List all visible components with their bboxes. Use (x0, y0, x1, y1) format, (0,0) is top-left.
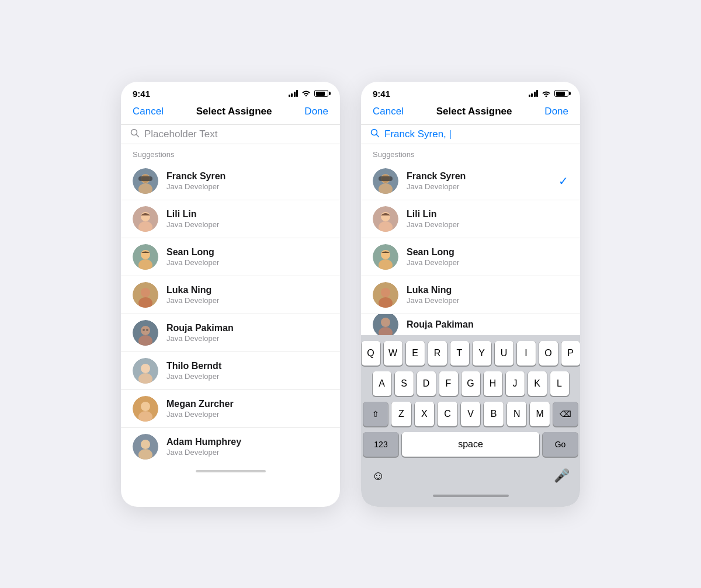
key-s[interactable]: S (395, 371, 414, 396)
list-item[interactable]: Luka Ning Java Developer (121, 276, 340, 314)
person-name: Megan Zurcher (166, 399, 328, 409)
person-name: Lili Lin (407, 209, 568, 220)
person-info: Franck Syren Java Developer (407, 171, 550, 191)
key-d[interactable]: D (417, 371, 436, 396)
list-item[interactable]: Lili Lin Java Developer (121, 200, 340, 238)
person-role: Java Developer (166, 372, 328, 381)
keyboard-row-3: ⇧ Z X C V B N M ⌫ (363, 402, 578, 426)
key-w[interactable]: W (384, 341, 402, 366)
list-item[interactable]: Thilo Berndt Java Developer (121, 352, 340, 390)
svg-point-14 (141, 288, 150, 297)
key-m[interactable]: M (530, 402, 550, 426)
search-placeholder-1: Placeholder Text (144, 128, 331, 140)
key-p[interactable]: P (561, 341, 580, 366)
key-q[interactable]: Q (362, 341, 380, 366)
person-role: Java Developer (166, 220, 328, 229)
space-key[interactable]: space (402, 432, 539, 457)
nav-bar-1: Cancel Select Assignee Done (121, 101, 340, 124)
list-item[interactable]: Luka Ning Java Developer (361, 276, 580, 314)
key-c[interactable]: C (438, 402, 457, 426)
key-l[interactable]: L (550, 371, 569, 396)
person-info: Thilo Berndt Java Developer (166, 361, 328, 381)
person-role: Java Developer (166, 448, 328, 457)
avatar-lili-1 (133, 206, 158, 232)
list-item[interactable]: Sean Long Java Developer (361, 238, 580, 276)
time-1: 9:41 (133, 89, 150, 99)
person-name: Franck Syren (166, 171, 328, 182)
mic-key[interactable]: 🎤 (551, 466, 572, 486)
person-info: Adam Humphrey Java Developer (166, 437, 328, 457)
list-item[interactable]: Rouja Pakiman Java Developer (121, 314, 340, 352)
page-wrapper: 9:41 Cancel Select Assignee Done (98, 58, 603, 530)
numbers-key[interactable]: 123 (363, 432, 398, 457)
keyboard-row-4: 123 space Go (363, 432, 578, 457)
key-g[interactable]: G (461, 371, 480, 396)
avatar-megan-1 (133, 396, 158, 422)
selected-checkmark: ✓ (558, 174, 568, 188)
avatar-luka-1 (133, 282, 158, 308)
done-button-1[interactable]: Done (304, 106, 328, 117)
keyboard-row-2: A S D F G H J K L (363, 371, 578, 396)
person-name: Luka Ning (166, 285, 328, 295)
done-button-2[interactable]: Done (544, 106, 568, 117)
svg-line-1 (137, 135, 139, 137)
delete-key[interactable]: ⌫ (553, 402, 578, 426)
list-item[interactable]: Rouja Pakiman (361, 314, 580, 335)
svg-point-44 (381, 288, 390, 297)
svg-point-47 (381, 318, 390, 327)
svg-point-17 (141, 326, 150, 335)
key-u[interactable]: U (495, 341, 513, 366)
avatar-franck-1 (133, 168, 158, 194)
search-bar-1[interactable]: Placeholder Text (121, 124, 340, 144)
person-role: Java Developer (166, 334, 328, 343)
list-item[interactable]: Sean Long Java Developer (121, 238, 340, 276)
list-item[interactable]: Lili Lin Java Developer (361, 200, 580, 238)
key-f[interactable]: F (439, 371, 458, 396)
key-n[interactable]: N (507, 402, 527, 426)
avatar-luka-2 (373, 282, 398, 308)
key-a[interactable]: A (373, 371, 391, 396)
person-role: Java Developer (407, 220, 568, 229)
svg-point-19 (143, 329, 145, 331)
nav-title-2: Select Assignee (436, 106, 512, 117)
key-z[interactable]: Z (391, 402, 411, 426)
cancel-button-1[interactable]: Cancel (133, 106, 164, 117)
key-e[interactable]: E (406, 341, 425, 366)
person-role: Java Developer (166, 410, 328, 419)
avatar-franck-2 (373, 168, 398, 194)
search-icon-1 (130, 128, 140, 140)
key-h[interactable]: H (484, 371, 502, 396)
list-item[interactable]: Franck Syren Java Developer ✓ (361, 162, 580, 200)
key-j[interactable]: J (506, 371, 525, 396)
go-key[interactable]: Go (543, 432, 578, 457)
key-y[interactable]: Y (473, 341, 491, 366)
shift-key[interactable]: ⇧ (363, 402, 388, 426)
suggestions-label-2: Suggestions (361, 144, 580, 162)
person-name: Rouja Pakiman (407, 319, 568, 330)
list-item[interactable]: Megan Zurcher Java Developer (121, 390, 340, 428)
key-o[interactable]: O (539, 341, 558, 366)
key-t[interactable]: T (450, 341, 469, 366)
status-icons-2 (529, 89, 569, 99)
key-v[interactable]: V (461, 402, 481, 426)
key-k[interactable]: K (528, 371, 547, 396)
list-item[interactable]: Adam Humphrey Java Developer (121, 428, 340, 465)
key-i[interactable]: I (517, 341, 536, 366)
avatar-thilo-1 (133, 358, 158, 384)
cancel-button-2[interactable]: Cancel (373, 106, 404, 117)
key-x[interactable]: X (415, 402, 435, 426)
wifi-icon-1 (301, 89, 311, 98)
list-item[interactable]: Franck Syren Java Developer (121, 162, 340, 200)
status-icons-1 (289, 89, 329, 98)
avatar-rouja-1 (133, 320, 158, 346)
person-info: Luka Ning Java Developer (407, 285, 568, 305)
status-bar-1: 9:41 (121, 82, 340, 101)
key-r[interactable]: R (428, 341, 447, 366)
search-bar-2[interactable]: Franck Syren, | (361, 124, 580, 144)
person-name: Franck Syren (407, 171, 550, 182)
key-b[interactable]: B (484, 402, 504, 426)
emoji-key[interactable]: ☺ (369, 466, 387, 486)
person-role: Java Developer (407, 182, 550, 191)
person-name: Rouja Pakiman (166, 323, 328, 333)
home-indicator-2 (363, 487, 578, 505)
